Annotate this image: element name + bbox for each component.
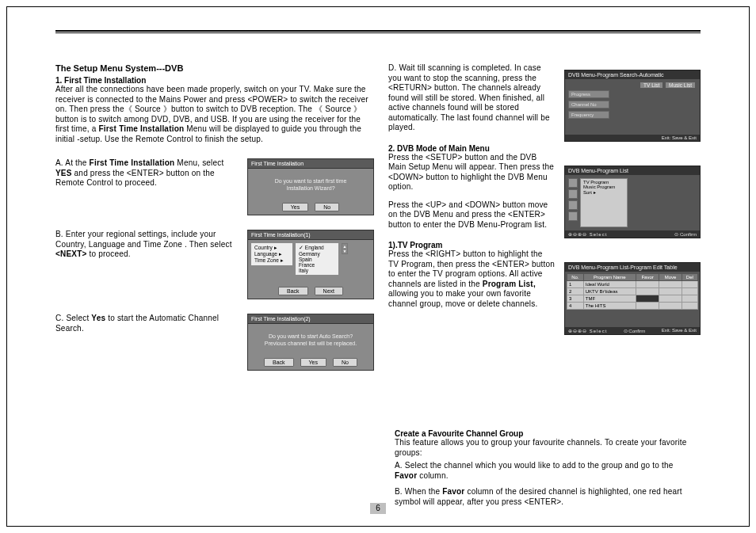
timezone-row[interactable]: Time Zone ▸: [254, 257, 289, 264]
dialog-autosearch: First Time Installation(2) Do you want t…: [247, 314, 374, 371]
cell-name: TMF: [583, 295, 636, 303]
osd-foot-exit: Exit: Save & Exit: [662, 135, 697, 140]
tab-musiclist[interactable]: Music List: [666, 82, 695, 88]
settings-keys: Country ▸ Language ▸ Time Zone ▸: [251, 243, 292, 265]
page-number: 6: [370, 503, 386, 514]
section1-intro: After all the connections have been made…: [55, 85, 374, 144]
col-del: Del: [682, 274, 697, 281]
no-button[interactable]: No: [333, 358, 357, 367]
t: C. Select: [55, 314, 91, 322]
cell: [682, 281, 697, 288]
menu-icon[interactable]: [568, 211, 578, 221]
page-heading: The Setup Menu System---DVB: [55, 63, 374, 73]
favourite-section: Create a Favourite Channel Group This fe…: [395, 428, 693, 507]
submenu-sort[interactable]: Sort ▸: [583, 189, 624, 195]
cell-no: 4: [567, 303, 584, 310]
next-button[interactable]: Next: [315, 287, 343, 295]
cell-no: 1: [567, 281, 584, 288]
step-b-text: B. Enter your regional settings, include…: [55, 230, 239, 260]
dialog-line: Previous channel list will be replaced.: [253, 341, 368, 346]
cell: [636, 303, 659, 310]
table-row[interactable]: 4The HITS: [567, 303, 698, 310]
section1-heading: 1. First Time Installation: [55, 76, 374, 85]
table-row[interactable]: 3TMF: [567, 295, 698, 303]
scroll-down-icon[interactable]: ▼: [342, 249, 347, 253]
option-italy[interactable]: Italy: [299, 268, 335, 273]
fav-step-b: B. When the Favor column of the desired …: [395, 487, 693, 507]
t: to proceed.: [90, 249, 131, 258]
table-row[interactable]: 1Ideal World: [567, 281, 698, 288]
cell: [636, 281, 659, 288]
cell: [636, 288, 659, 295]
intro-bold: First Time Installation: [98, 124, 184, 133]
col-no: No.: [567, 274, 584, 281]
no-button[interactable]: No: [315, 203, 339, 211]
channelno-field: Channel No: [568, 101, 609, 109]
cell-name: UKTV Br'tideas: [583, 288, 636, 295]
t: Yes: [91, 314, 105, 322]
cell-highlight: [636, 295, 659, 303]
fav-intro: This feature allows you to group your fa…: [395, 438, 693, 458]
step-a-text: A. At the First Time Installation Menu, …: [55, 158, 239, 188]
t: column.: [419, 471, 448, 480]
music-icon[interactable]: [568, 189, 578, 199]
tab-tvlist[interactable]: TV List: [640, 82, 662, 88]
fav-step-a: A. Select the channel which you would li…: [395, 461, 693, 481]
dialog-region: First Time Installation(1) Country ▸ Lan…: [247, 230, 374, 299]
dialog-title: First Time Installation(2): [248, 314, 373, 324]
dialog-title: First Time Installation(1): [248, 230, 373, 240]
step-d-text: D. Wait till scanning is completed. In c…: [388, 63, 555, 133]
osd-search-auto: DVB Menu-Program Search-Automatic TV Lis…: [564, 70, 701, 142]
back-button[interactable]: Back: [278, 287, 308, 295]
cell: [659, 281, 682, 288]
table-row[interactable]: 2UKTV Br'tideas: [567, 288, 698, 295]
section2-p1: Press the <SETUP> button and the DVB Mai…: [388, 153, 555, 192]
dialog-line: Installation Wizard?: [253, 185, 368, 191]
row-step-b: B. Enter your regional settings, include…: [55, 230, 374, 299]
dialog-line: Do you want to start Auto Search?: [253, 333, 368, 339]
t: <NEXT>: [55, 249, 87, 258]
col-name: Program Name: [583, 274, 636, 281]
t: YES: [55, 169, 72, 177]
sidebar-icons: [568, 178, 578, 227]
option-england[interactable]: England: [299, 245, 335, 251]
option-spain[interactable]: Spain: [299, 257, 335, 262]
t: A. Select the channel which you would li…: [395, 461, 674, 470]
osd-foot-confirm: ⊙ Confirm: [624, 328, 646, 333]
scrollbar[interactable]: ▲ ▼: [342, 243, 348, 254]
country-row[interactable]: Country ▸: [254, 245, 289, 251]
yes-button[interactable]: Yes: [282, 203, 308, 211]
dialog-title: First Time Installation: [248, 159, 373, 169]
cell: [659, 295, 682, 303]
t: Menu, select: [177, 158, 223, 167]
osd-foot-exit: Exit: Save & Exit: [662, 328, 697, 333]
t: and press the <ENTER> button on the Remo…: [55, 169, 215, 188]
t: B. Enter your regional settings, include…: [55, 230, 232, 249]
osd-edit-table: DVB Menu-Program List-Program Edit Table…: [564, 262, 701, 335]
osd-title: DVB Menu-Program List-Program Edit Table: [565, 263, 700, 272]
cell: [682, 303, 697, 310]
cell: [659, 303, 682, 310]
section2-p2: Press the <UP> and <DOWN> button move on…: [388, 200, 555, 230]
osd-title: DVB Menu-Program List: [565, 166, 700, 175]
tvprog-heading: 1).TV Program: [388, 241, 555, 249]
double-rule: [55, 30, 701, 33]
language-row[interactable]: Language ▸: [254, 251, 289, 257]
t: First Time Installation: [90, 158, 175, 167]
row-step-c: C. Select Yes to start the Automatic Cha…: [55, 314, 374, 371]
cell-name: Ideal World: [583, 281, 636, 288]
option-france[interactable]: France: [299, 262, 335, 268]
yes-button[interactable]: Yes: [300, 358, 326, 367]
cell-no: 3: [567, 295, 584, 303]
sort-icon[interactable]: [568, 200, 578, 210]
back-button[interactable]: Back: [264, 358, 294, 367]
t: allowing you to make your own favorite c…: [388, 289, 537, 308]
row-step-a: A. At the First Time Installation Menu, …: [55, 158, 374, 215]
option-germany[interactable]: Germany: [299, 251, 335, 257]
tv-icon[interactable]: [568, 178, 578, 188]
tvprog-text: Press the <RIGHT> button to highlight th…: [388, 249, 555, 309]
step-c-text: C. Select Yes to start the Automatic Cha…: [55, 314, 239, 333]
osd-foot-select: ⊕⊖⊕⊖ Select: [568, 328, 607, 333]
col-move: Move: [659, 274, 682, 281]
osd-foot-confirm: ⊙ Confirm: [674, 231, 697, 237]
